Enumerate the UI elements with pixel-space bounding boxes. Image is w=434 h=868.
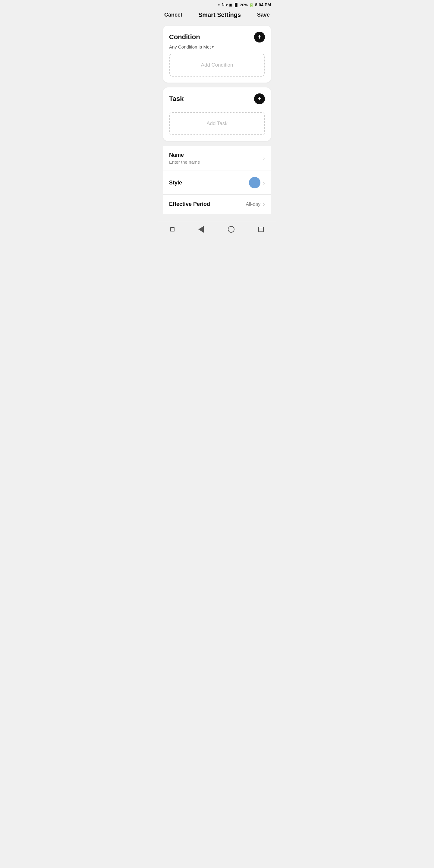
- style-label: Style: [169, 180, 249, 186]
- add-condition-button[interactable]: +: [254, 32, 265, 42]
- name-chevron-icon: ›: [263, 155, 265, 162]
- condition-dropdown-chevron: ▾: [212, 45, 214, 49]
- nav-home-button[interactable]: [228, 226, 235, 233]
- effective-period-setting-item[interactable]: Effective Period All-day ›: [163, 195, 271, 214]
- name-value: Enter the name: [169, 159, 263, 164]
- nav-back-button[interactable]: [198, 226, 204, 233]
- add-condition-box[interactable]: Add Condition: [169, 54, 265, 76]
- nfc-icon: N: [222, 3, 224, 7]
- status-icons: ✦ N ▾ ▣ ▐▌ 20% 🔋 8:04 PM: [217, 2, 271, 7]
- settings-list: Name Enter the name › Style › Effective …: [163, 146, 271, 214]
- name-setting-right: ›: [263, 155, 265, 162]
- content-area: Condition + Any Condition Is Met ▾ Add C…: [158, 23, 276, 216]
- task-card-title: Task: [169, 95, 184, 103]
- battery-icon: 🔋: [249, 3, 254, 7]
- add-task-label: Add Task: [207, 121, 227, 127]
- data-icon: ▣: [229, 3, 232, 7]
- effective-period-label: Effective Period: [169, 201, 246, 207]
- signal-icon: ▐▌: [234, 3, 239, 7]
- wifi-icon: ▾: [226, 3, 228, 7]
- condition-subtitle-text: Any Condition Is Met: [169, 44, 211, 50]
- nav-bar: [158, 221, 276, 240]
- add-task-box[interactable]: Add Task: [169, 112, 265, 135]
- effective-period-chevron-icon: ›: [263, 201, 265, 208]
- effective-period-right: All-day ›: [246, 201, 265, 208]
- name-label: Name: [169, 152, 263, 158]
- nav-home-icon: [228, 226, 235, 233]
- condition-card-title: Condition: [169, 33, 200, 41]
- style-setting-item[interactable]: Style ›: [163, 171, 271, 195]
- time-display: 8:04 PM: [255, 2, 271, 7]
- condition-card: Condition + Any Condition Is Met ▾ Add C…: [163, 26, 271, 83]
- add-condition-label: Add Condition: [201, 62, 233, 68]
- save-button[interactable]: Save: [257, 12, 270, 18]
- cancel-button[interactable]: Cancel: [164, 12, 182, 18]
- plus-icon: +: [257, 95, 261, 102]
- nav-back-icon: [198, 226, 204, 233]
- bluetooth-icon: ✦: [217, 3, 221, 7]
- style-chevron-icon: ›: [263, 179, 265, 186]
- header: Cancel Smart Settings Save: [158, 8, 276, 23]
- name-setting-item[interactable]: Name Enter the name ›: [163, 146, 271, 171]
- page-title: Smart Settings: [198, 11, 241, 19]
- style-color-circle: [249, 177, 260, 188]
- task-card: Task + Add Task: [163, 87, 271, 141]
- nav-square-button[interactable]: [170, 227, 175, 231]
- battery-percent: 20%: [240, 3, 248, 7]
- style-setting-right: ›: [249, 177, 265, 188]
- status-bar: ✦ N ▾ ▣ ▐▌ 20% 🔋 8:04 PM: [158, 0, 276, 8]
- task-card-header: Task +: [169, 93, 265, 104]
- condition-card-header: Condition +: [169, 32, 265, 42]
- nav-recent-button[interactable]: [258, 227, 264, 232]
- condition-subtitle[interactable]: Any Condition Is Met ▾: [169, 44, 265, 50]
- style-setting-left: Style: [169, 180, 249, 186]
- effective-period-left: Effective Period: [169, 201, 246, 207]
- effective-period-value: All-day: [246, 202, 260, 207]
- name-setting-left: Name Enter the name: [169, 152, 263, 164]
- nav-square-icon: [170, 227, 175, 231]
- add-task-button[interactable]: +: [254, 93, 265, 104]
- nav-recent-icon: [258, 227, 264, 232]
- plus-icon: +: [257, 33, 261, 40]
